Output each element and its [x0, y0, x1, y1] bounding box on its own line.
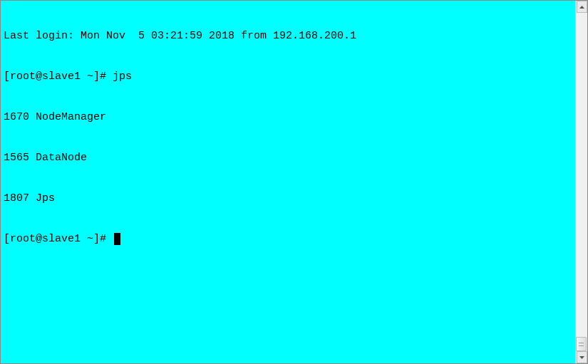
output-line-1: 1670 NodeManager [4, 110, 572, 124]
scroll-up-arrow[interactable] [577, 1, 587, 13]
scroll-thumb[interactable] [576, 337, 587, 351]
scroll-down-arrow[interactable] [577, 351, 587, 363]
terminal-window: Last login: Mon Nov 5 03:21:59 2018 from… [0, 0, 588, 364]
command-1: jps [113, 71, 132, 83]
prompt-2: [root@slave1 ~]# [4, 232, 113, 246]
scroll-track[interactable] [576, 13, 587, 351]
output-line-3: 1807 Jps [4, 192, 572, 205]
cursor [114, 233, 120, 245]
scrollbar[interactable] [575, 1, 587, 363]
last-login-line: Last login: Mon Nov 5 03:21:59 2018 from… [4, 29, 572, 43]
output-line-2: 1565 DataNode [4, 151, 572, 165]
command-line-2: [root@slave1 ~]# [4, 232, 572, 246]
terminal-content[interactable]: Last login: Mon Nov 5 03:21:59 2018 from… [1, 1, 575, 363]
prompt-1: [root@slave1 ~]# [4, 71, 113, 83]
command-line-1: [root@slave1 ~]# jps [4, 70, 572, 83]
